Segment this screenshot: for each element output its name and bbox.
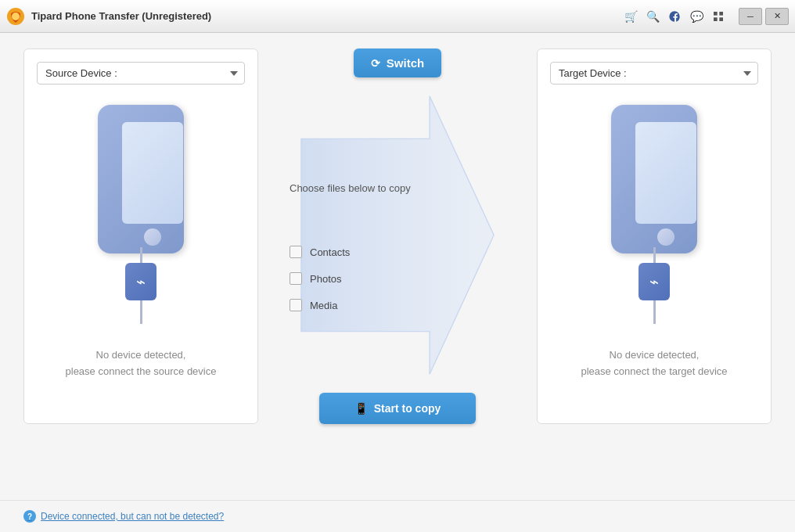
switch-button[interactable]: ⟳ Switch	[354, 49, 441, 77]
source-phone-button	[144, 228, 161, 246]
target-phone-body	[611, 105, 697, 253]
help-text: Device connected, but can not be detecte…	[41, 511, 224, 522]
app-logo	[6, 7, 25, 26]
copy-prompt: Choose files below to copy	[290, 182, 411, 194]
footer: ? Device connected, but can not be detec…	[0, 500, 795, 532]
help-icon: ?	[23, 510, 36, 523]
source-usb-cable-bottom	[140, 300, 142, 324]
search-icon[interactable]: 🔍	[645, 9, 660, 24]
svg-rect-5	[719, 17, 723, 21]
target-usb-symbol: ⌁	[649, 274, 659, 289]
source-phone-illustration: ⌁	[86, 105, 196, 277]
media-label: Media	[310, 300, 337, 311]
target-phone-button	[657, 228, 674, 246]
minimize-button[interactable]: ─	[739, 8, 762, 25]
target-usb-cable-top	[653, 247, 656, 263]
target-usb-cable-bottom	[653, 300, 656, 324]
source-device-panel: Source Device : ⌁ No device detect	[23, 49, 258, 424]
source-select-container: Source Device :	[37, 62, 245, 84]
source-no-device-text: No device detected,please connect the so…	[66, 347, 217, 380]
middle-section: ⟳ Switch Choos	[266, 49, 529, 424]
message-icon[interactable]: 💬	[689, 9, 704, 24]
help-link[interactable]: ? Device connected, but can not be detec…	[23, 510, 772, 523]
close-button[interactable]: ✕	[765, 8, 789, 25]
arrow-area: Choose files below to copy Contacts Phot…	[274, 85, 521, 385]
source-device-select[interactable]: Source Device :	[37, 62, 245, 84]
target-no-device-text: No device detected,please connect the ta…	[581, 347, 727, 380]
source-phone-body	[98, 105, 184, 253]
source-usb-connector: ⌁	[125, 247, 156, 324]
app-title: Tipard Phone Transfer (Unregistered)	[31, 10, 623, 22]
grid-icon[interactable]	[710, 9, 726, 24]
panels-row: Source Device : ⌁ No device detect	[23, 49, 772, 484]
start-copy-button[interactable]: 📱 Start to copy	[319, 393, 476, 424]
checkboxes-area: Contacts Photos Media	[290, 207, 350, 311]
contacts-checkbox-item[interactable]: Contacts	[290, 246, 350, 258]
switch-icon: ⟳	[371, 57, 380, 70]
target-usb-connector: ⌁	[639, 247, 670, 324]
title-bar: Tipard Phone Transfer (Unregistered) 🛒 🔍…	[0, 0, 795, 33]
svg-point-1	[12, 13, 20, 20]
target-select-container: Target Device :	[550, 62, 758, 84]
contacts-label: Contacts	[310, 246, 350, 258]
toolbar-icons: 🛒 🔍 💬	[623, 9, 726, 24]
cart-icon[interactable]: 🛒	[623, 9, 639, 24]
target-device-select[interactable]: Target Device :	[550, 62, 758, 84]
photos-checkbox[interactable]	[290, 272, 302, 285]
source-phone-screen	[122, 122, 183, 224]
facebook-icon[interactable]	[667, 9, 682, 24]
media-checkbox-item[interactable]: Media	[290, 299, 350, 311]
source-usb-cable-top	[140, 247, 142, 263]
svg-rect-3	[719, 12, 723, 16]
photos-checkbox-item[interactable]: Photos	[290, 272, 350, 285]
svg-rect-2	[714, 12, 718, 16]
copy-icon: 📱	[354, 402, 368, 415]
target-phone-illustration: ⌁	[599, 105, 709, 277]
arrow-content: Choose files below to copy Contacts Phot…	[274, 159, 521, 311]
target-phone-screen	[635, 122, 696, 224]
target-usb-plug: ⌁	[639, 263, 670, 300]
svg-rect-4	[714, 17, 718, 21]
main-content: Source Device : ⌁ No device detect	[0, 33, 795, 500]
window-controls[interactable]: ─ ✕	[739, 8, 789, 25]
contacts-checkbox[interactable]	[290, 246, 302, 258]
source-usb-plug: ⌁	[125, 263, 156, 300]
target-device-panel: Target Device : ⌁ No device detect	[537, 49, 772, 424]
usb-symbol: ⌁	[136, 274, 146, 289]
photos-label: Photos	[310, 273, 341, 285]
media-checkbox[interactable]	[290, 299, 302, 311]
